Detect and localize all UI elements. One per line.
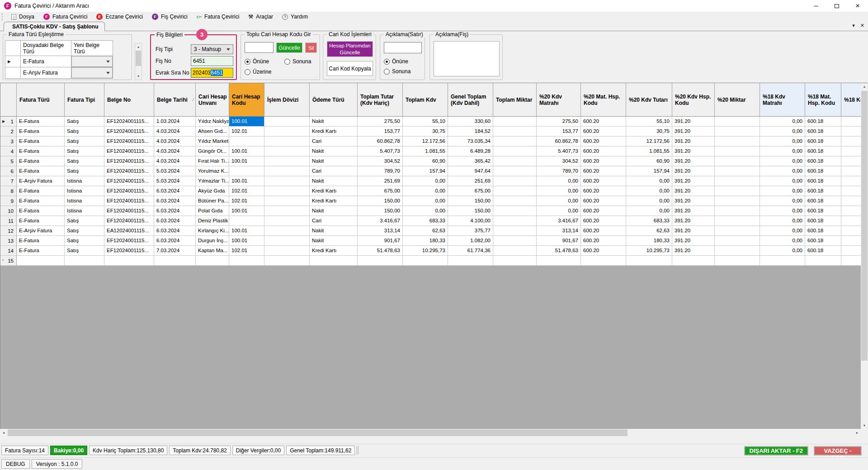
cell-mat18_hsp_kodu[interactable] bbox=[805, 256, 841, 266]
cell-miktar20[interactable] bbox=[715, 176, 760, 186]
hesap-planimdan-guncelle-button[interactable]: Hesap Planımdan Güncelle bbox=[327, 41, 373, 57]
cell-cari_hesap_kodu[interactable]: 100.01 bbox=[229, 206, 264, 216]
cell-fatura_tipi[interactable]: Satış bbox=[65, 166, 104, 176]
cell-kdv20_tutari[interactable]: 0,00 bbox=[626, 196, 672, 206]
cell-mat20_hsp_kodu[interactable]: 600.20 bbox=[581, 186, 626, 196]
cell-kdv20_hsp_kodu[interactable]: 391.20 bbox=[672, 156, 715, 166]
column-header-kdv20_tutari[interactable]: %20 Kdv Tutarı bbox=[626, 83, 672, 117]
cell-kdv18_matrahi[interactable]: 0,00 bbox=[760, 216, 805, 226]
cell-kdv20_hsp_kodu[interactable]: 391.20 bbox=[672, 196, 715, 206]
cell-toplam_tutar_kdv_haric[interactable]: 150,00 bbox=[358, 196, 403, 206]
cell-kdv20_tutari[interactable]: 60,90 bbox=[626, 156, 672, 166]
cell-miktar20[interactable] bbox=[715, 136, 760, 146]
cell-mat18_hsp_kodu[interactable]: 600.18 bbox=[805, 196, 841, 206]
cell-toplam_tutar_kdv_haric[interactable]: 304,52 bbox=[358, 156, 403, 166]
cell-cari_hesap_kodu[interactable]: 102.01 bbox=[229, 186, 264, 196]
cell-kdv20_matrahi[interactable]: 304,52 bbox=[537, 156, 581, 166]
row-selector[interactable]: 14 bbox=[0, 246, 17, 256]
cell-odeme_turu[interactable]: Nakit bbox=[310, 156, 358, 166]
cell-mat18_hsp_kodu[interactable]: 600.18 bbox=[805, 166, 841, 176]
cell-kdv18_tutari[interactable] bbox=[841, 226, 861, 236]
cell-belge_tarihi[interactable]: 4.03.2024 bbox=[154, 146, 196, 156]
scroll-up-icon[interactable]: ▲ bbox=[135, 43, 142, 50]
cell-kdv18_tutari[interactable] bbox=[841, 246, 861, 256]
cell-kdv18_matrahi[interactable]: 0,00 bbox=[760, 186, 805, 196]
cell-miktar20[interactable] bbox=[715, 166, 760, 176]
cell-fatura_turu[interactable]: E-Fatura bbox=[17, 166, 65, 176]
scrollbar-thumb[interactable] bbox=[861, 91, 868, 361]
cell-genel_toplam_kdv_dahil[interactable]: 675,00 bbox=[448, 186, 493, 196]
row-selector[interactable]: 8 bbox=[0, 186, 17, 196]
cell-belge_tarihi[interactable]: 6.03.2024 bbox=[154, 186, 196, 196]
cell-islem_dovizi[interactable] bbox=[264, 256, 310, 266]
scrollbar-thumb[interactable] bbox=[136, 51, 141, 66]
cell-toplam_tutar_kdv_haric[interactable]: 675,00 bbox=[358, 186, 403, 196]
cell-odeme_turu[interactable]: Cari bbox=[310, 216, 358, 226]
cell-toplam_kdv[interactable]: 0,00 bbox=[403, 186, 448, 196]
cell-toplam_miktar[interactable] bbox=[493, 256, 537, 266]
aciklama-fis-textarea[interactable] bbox=[434, 41, 500, 76]
cell-fatura_turu[interactable]: E-Fatura bbox=[17, 246, 65, 256]
cell-cari_hesap_unvani[interactable]: Kırlangıç Ki... bbox=[196, 226, 229, 236]
cell-islem_dovizi[interactable] bbox=[264, 176, 310, 186]
cell-cari_hesap_unvani[interactable]: Akyüz Gıda bbox=[196, 186, 229, 196]
cell-toplam_miktar[interactable] bbox=[493, 117, 537, 127]
cell-toplam_kdv[interactable]: 30,75 bbox=[403, 127, 448, 136]
cell-kdv20_matrahi[interactable]: 60.862,78 bbox=[537, 136, 581, 146]
cell-cari_hesap_kodu[interactable] bbox=[229, 166, 264, 176]
cell-kdv20_matrahi[interactable]: 275,50 bbox=[537, 117, 581, 127]
row-selector[interactable]: 7 bbox=[0, 176, 17, 186]
cell-fatura_turu[interactable] bbox=[17, 256, 65, 266]
radio-onune[interactable]: Önüne bbox=[245, 58, 269, 65]
close-tab-icon[interactable]: ✕ bbox=[860, 23, 864, 28]
cell-toplam_miktar[interactable] bbox=[493, 136, 537, 146]
cell-kdv18_tutari[interactable] bbox=[841, 146, 861, 156]
column-header-mat20_hsp_kodu[interactable]: %20 Mat. Hsp. Kodu bbox=[581, 83, 626, 117]
cell-odeme_turu[interactable]: Nakit bbox=[310, 206, 358, 216]
column-header-kdv18_matrahi[interactable]: %18 Kdv Matrahı bbox=[760, 83, 805, 117]
cell-mat18_hsp_kodu[interactable]: 600.18 bbox=[805, 236, 841, 246]
cell-fatura_tipi[interactable]: Satış bbox=[65, 127, 104, 136]
cell-toplam_kdv[interactable]: 55,10 bbox=[403, 117, 448, 127]
cell-cari_hesap_unvani[interactable]: Yorulmaz K... bbox=[196, 166, 229, 176]
cell-islem_dovizi[interactable] bbox=[264, 156, 310, 166]
cell-belge_no[interactable]: EF12024001115... bbox=[104, 246, 154, 256]
cell-kdv20_matrahi[interactable]: 0,00 bbox=[537, 186, 581, 196]
radio-sonuna[interactable]: Sonuna bbox=[284, 58, 311, 65]
cell-kdv20_hsp_kodu[interactable]: 391.20 bbox=[672, 117, 715, 127]
cell-toplam_miktar[interactable] bbox=[493, 246, 537, 256]
cell-mat18_hsp_kodu[interactable]: 600.18 bbox=[805, 117, 841, 127]
cell-cari_hesap_unvani[interactable]: Kaptan Ma... bbox=[196, 246, 229, 256]
cell-belge_tarihi[interactable] bbox=[154, 256, 196, 266]
menu-item-e-fatura-cevirici[interactable]: ℮-Fatura Çevirici bbox=[192, 12, 244, 22]
column-header-mat18_hsp_kodu[interactable]: %18 Mat. Hsp. Kodu bbox=[805, 83, 841, 117]
cell-kdv20_matrahi[interactable]: 0,00 bbox=[537, 196, 581, 206]
cell-cari_hesap_kodu[interactable]: 102.01 bbox=[229, 127, 264, 136]
cell-belge_no[interactable]: EF12024001115... bbox=[104, 166, 154, 176]
cell-kdv20_hsp_kodu[interactable]: 391.20 bbox=[672, 206, 715, 216]
cell-kdv18_matrahi[interactable]: 0,00 bbox=[760, 226, 805, 236]
column-header-kdv20_hsp_kodu[interactable]: %20 Kdv Hsp. Kodu bbox=[672, 83, 715, 117]
cell-mat20_hsp_kodu[interactable]: 600.20 bbox=[581, 226, 626, 236]
cell-kdv20_hsp_kodu[interactable]: 391.20 bbox=[672, 216, 715, 226]
cell-belge_no[interactable]: EF12024001115... bbox=[104, 186, 154, 196]
cell-kdv20_tutari[interactable]: 157,94 bbox=[626, 166, 672, 176]
cell-islem_dovizi[interactable] bbox=[264, 196, 310, 206]
cell-mat18_hsp_kodu[interactable]: 600.18 bbox=[805, 176, 841, 186]
cell-mat18_hsp_kodu[interactable]: 600.18 bbox=[805, 226, 841, 236]
cell-kdv18_matrahi[interactable]: 0,00 bbox=[760, 166, 805, 176]
sil-button[interactable]: Sil bbox=[305, 42, 317, 53]
cell-belge_tarihi[interactable]: 4.03.2024 bbox=[154, 127, 196, 136]
cell-cari_hesap_unvani[interactable]: Yılmazlar Ti... bbox=[196, 176, 229, 186]
cell-belge_no[interactable]: EF12024001115... bbox=[104, 156, 154, 166]
cell-fatura_turu[interactable]: E-Arşiv Fatura bbox=[17, 176, 65, 186]
cell-belge_tarihi[interactable]: 4.03.2024 bbox=[154, 156, 196, 166]
cell-genel_toplam_kdv_dahil[interactable]: 375,77 bbox=[448, 226, 493, 236]
cell-miktar20[interactable] bbox=[715, 216, 760, 226]
cell-toplam_tutar_kdv_haric[interactable]: 789,70 bbox=[358, 166, 403, 176]
cell-cari_hesap_unvani[interactable]: Güngör Ot... bbox=[196, 146, 229, 156]
cell-belge_no[interactable]: EF12024001115... bbox=[104, 196, 154, 206]
cell-odeme_turu[interactable]: Nakit bbox=[310, 176, 358, 186]
cell-genel_toplam_kdv_dahil[interactable]: 150,00 bbox=[448, 206, 493, 216]
column-header-fatura_tipi[interactable]: Fatura Tipi bbox=[65, 83, 104, 117]
